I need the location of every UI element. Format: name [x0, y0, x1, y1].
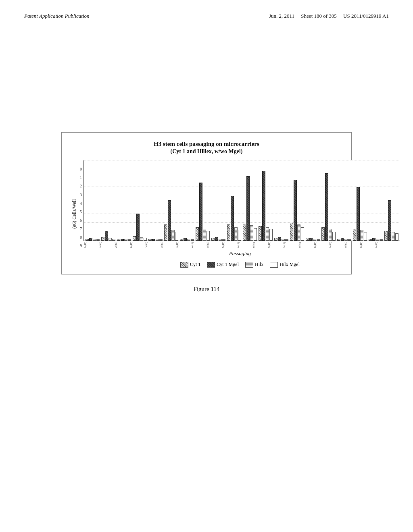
bar-p11-b1: [262, 171, 265, 241]
chart-container: H3 stem cells passaging on microcarriers…: [61, 132, 352, 274]
legend-label-cyt1: Cyt 1: [190, 262, 200, 268]
header-sheet: Sheet 180 of 305: [301, 13, 336, 19]
passage-group-6: [180, 238, 194, 241]
bar-p8-b1: [215, 237, 218, 241]
y-tick-3: 3: [80, 193, 82, 197]
bar-p4-b3: [159, 239, 163, 241]
legend-item-cyt1mgel: Cyt 1 Mgel: [207, 262, 239, 268]
passage-group-13: [290, 180, 304, 241]
x-label-9: 5(d7): [221, 242, 237, 248]
y-tick-6: 6: [80, 218, 82, 222]
bar-p13-b3: [301, 227, 304, 241]
bar-p13-b0: [290, 223, 293, 241]
bar-p9-b2: [234, 227, 238, 241]
bar-p2-b2: [124, 239, 127, 241]
chart-with-yticks: 9 8 7 6 5 4 3 2 1 0: [80, 160, 400, 248]
chart-inner: 9 8 7 6 5 4 3 2 1 0: [80, 160, 400, 268]
y-tick-4: 4: [80, 202, 82, 206]
bar-p11-b2: [266, 227, 269, 241]
passage-group-8: [211, 237, 225, 241]
bar-p3-b3: [144, 238, 147, 241]
bar-p10-b0: [243, 224, 246, 241]
bar-p18-b1: [372, 238, 375, 241]
x-label-8: 5(d0): [206, 242, 221, 248]
bar-p7-b2: [203, 229, 206, 241]
bar-p1-b3: [112, 239, 115, 241]
x-label-18: 0(d0): [359, 242, 375, 248]
bar-p12-b1: [278, 237, 281, 241]
legend-box-hilxmgel: [270, 262, 278, 268]
passage-group-3: [133, 214, 147, 241]
passage-group-7: [196, 183, 210, 241]
passage-group-17: [353, 187, 367, 241]
x-label-19: 0(d7): [375, 242, 390, 248]
x-label-11: 6(c7): [252, 242, 267, 248]
bar-p1-b1: [105, 231, 108, 241]
bar-p3-b2: [140, 237, 143, 241]
bar-p9-b1: [231, 196, 234, 241]
y-tick-0: 0: [80, 167, 82, 171]
bar-p15-b0: [321, 227, 325, 241]
bar-p16-b2: [344, 239, 348, 241]
bar-p10-b1: [246, 176, 250, 241]
bar-p2-b1: [121, 239, 124, 241]
bar-p1-b0: [101, 237, 104, 241]
bar-p9-b3: [238, 230, 241, 241]
passage-group-1: [101, 231, 115, 241]
bar-p14-b2: [313, 239, 316, 241]
bar-p1-b2: [108, 238, 112, 241]
header-info: Jun. 2, 2011 Sheet 180 of 305 US 2011/01…: [269, 13, 389, 19]
x-label-1: 1(d7): [99, 242, 114, 248]
bar-p16-b3: [348, 239, 351, 241]
chart-title: H3 stem cells passaging on microcarriers: [71, 141, 342, 148]
x-label-12: 7(d0): [267, 242, 283, 248]
bar-p4-b2: [156, 239, 159, 241]
passage-group-4: [148, 239, 163, 241]
x-label-15: 8(d7): [313, 242, 329, 248]
bar-p17-b3: [364, 233, 367, 241]
chart-legend: Cyt 1 Cyt 1 Mgel Hilx Hilx Mgel: [80, 262, 400, 268]
x-label-2: 2(d0): [114, 242, 129, 248]
passage-group-12: [274, 237, 288, 241]
bar-p15-b3: [332, 232, 336, 241]
passage-group-16: [337, 238, 351, 241]
passage-group-15: [321, 173, 336, 241]
bar-p17-b1: [357, 187, 360, 241]
bar-p18-b2: [376, 239, 379, 241]
bar-p13-b2: [297, 224, 300, 241]
y-tick-2: 2: [80, 184, 82, 188]
x-label-13: 7(c7): [283, 242, 298, 248]
y-tick-1: 1: [80, 176, 82, 180]
passage-group-0: [86, 238, 100, 241]
x-label-16: 9(d0): [329, 242, 344, 248]
bar-p13-b1: [294, 180, 297, 241]
bar-p8-b2: [219, 239, 222, 241]
bar-p10-b3: [254, 228, 257, 241]
bar-p3-b1: [136, 214, 140, 241]
passage-group-14: [306, 238, 320, 241]
bar-p0-b2: [93, 239, 96, 241]
x-label-10: 6(c7): [237, 242, 252, 248]
bar-p2-b0: [117, 239, 120, 241]
header-date: Jun. 2, 2011: [269, 13, 294, 19]
passage-group-2: [117, 239, 131, 241]
bar-p12-b0: [274, 238, 277, 241]
passage-group-18: [369, 238, 383, 241]
bar-p6-b3: [191, 239, 194, 241]
header-patent: US 2011/0129919 A1: [343, 13, 389, 19]
x-label-3: 2(d7): [129, 242, 145, 248]
x-label-17: 9(d7): [344, 242, 359, 248]
all-bars-container: [84, 160, 400, 241]
bar-p5-b1: [168, 200, 171, 241]
legend-item-cyt1: Cyt 1: [180, 262, 200, 268]
bar-p0-b3: [96, 239, 100, 241]
y-tick-8: 8: [80, 235, 82, 239]
y-tick-5: 5: [80, 210, 82, 214]
bar-p2-b3: [128, 239, 131, 241]
page-content: H3 stem cells passaging on microcarriers…: [0, 19, 413, 293]
x-label-0: 1(d0): [83, 242, 99, 248]
bar-p17-b0: [353, 229, 356, 241]
bar-p15-b2: [329, 229, 332, 241]
y-tick-7: 7: [80, 227, 82, 231]
legend-box-cyt1mgel: [207, 262, 215, 268]
